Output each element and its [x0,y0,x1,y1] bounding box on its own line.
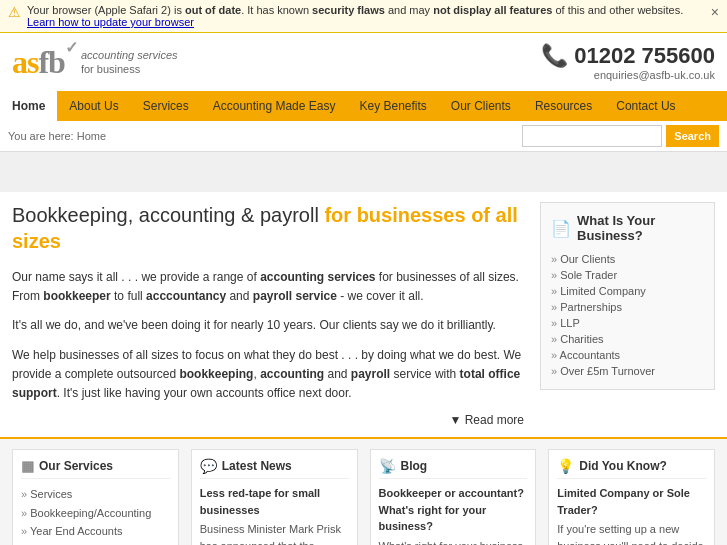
nav-our-clients[interactable]: Our Clients [439,91,523,121]
update-browser-link[interactable]: Learn how to update your browser [27,16,194,28]
footer-box-dyk-title: 💡 Did You Know? [557,458,706,479]
services-link-services[interactable]: Services [21,485,170,504]
footer-box-blog-title: 📡 Blog [379,458,528,479]
nav-home[interactable]: Home [0,91,57,121]
footer-box-services-title: ▦ Our Services [21,458,170,479]
nav-services[interactable]: Services [131,91,201,121]
sidebar-item-charities[interactable]: Charities [551,331,704,347]
warning-icon: ⚠ [8,4,21,20]
footer-box-news-title: 💬 Latest News [200,458,349,479]
document-icon: 📄 [551,219,571,238]
browser-warning: ⚠ Your browser (Apple Safari 2) is out o… [0,0,727,33]
sidebar-item-sole-trader[interactable]: Sole Trader [551,267,704,283]
sidebar-item-accountants[interactable]: Accountants [551,347,704,363]
news-icon: 💬 [200,458,217,474]
logo-line2: for business [81,62,178,76]
sidebar-item-llp[interactable]: LLP [551,315,704,331]
footer-box-dyk-content: Limited Company or Sole Trader? If you'r… [557,485,706,545]
dyk-sub-text: If you're setting up a new business you'… [557,521,706,545]
breadcrumb: You are here: Home [8,130,106,142]
read-more-link[interactable]: ▼ Read more [449,413,524,427]
sidebar-title-text: What Is YourBusiness? [577,213,655,243]
search-button[interactable]: Search [666,125,719,147]
footer-box-news-content: Less red-tape for small businesses Busin… [200,485,349,545]
logo-text: accounting services for business [81,48,178,77]
lightbulb-icon: 💡 [557,458,574,474]
footer-box-blog-content: Bookkeeper or accountant? What's right f… [379,485,528,545]
para1: Our name says it all . . . we provide a … [12,268,524,306]
sidebar-item-our-clients[interactable]: Our Clients [551,251,704,267]
sidebar-item-partnerships[interactable]: Partnerships [551,299,704,315]
email-address: enquiries@asfb-uk.co.uk [541,69,715,81]
footer-box-services-label: Our Services [39,459,113,473]
phone-icon: 📞 [541,43,568,69]
header: asfb✓ accounting services for business 📞… [0,33,727,91]
nav-resources[interactable]: Resources [523,91,604,121]
main-content: Bookkeeping, accounting & payroll for bu… [0,192,727,437]
content-left: Bookkeeping, accounting & payroll for bu… [12,202,524,427]
contact-area: 📞 01202 755600 enquiries@asfb-uk.co.uk [541,43,715,81]
heading-highlight: for businesses of all sizes [12,204,518,252]
para3: We help businesses of all sizes to focus… [12,346,524,404]
nav-key-benefits[interactable]: Key Benefits [347,91,438,121]
sidebar-item-limited-company[interactable]: Limited Company [551,283,704,299]
phone-number: 01202 755600 [574,43,715,69]
services-link-tax[interactable]: Tax [21,541,170,545]
sidebar-box: 📄 What Is YourBusiness? Our Clients Sole… [540,202,715,390]
search-row: Search [522,125,719,147]
services-link-year-end[interactable]: Year End Accounts [21,522,170,541]
footer-box-blog: 📡 Blog Bookkeeper or accountant? What's … [370,449,537,545]
logo-asfb: asfb✓ [12,44,77,81]
footer-section: ▦ Our Services Services Bookkeeping/Acco… [0,437,727,545]
blog-icon: 📡 [379,458,396,474]
services-link-bookkeeping[interactable]: Bookkeeping/Accounting [21,504,170,523]
blog-sub-text: What's right for your business - a [379,538,528,545]
footer-box-did-you-know: 💡 Did You Know? Limited Company or Sole … [548,449,715,545]
sidebar-list: Our Clients Sole Trader Limited Company … [551,251,704,379]
services-icon: ▦ [21,458,34,474]
nav-accounting-made-easy[interactable]: Accounting Made Easy [201,91,348,121]
nav-about[interactable]: About Us [57,91,130,121]
logo-line1: accounting services [81,48,178,62]
blog-sub-heading: Bookkeeper or accountant? What's right f… [379,485,528,535]
main-heading: Bookkeeping, accounting & payroll for bu… [12,202,524,254]
content-right: 📄 What Is YourBusiness? Our Clients Sole… [540,202,715,427]
nav-contact-us[interactable]: Contact Us [604,91,687,121]
phone-row: 📞 01202 755600 [541,43,715,69]
nav-bar: Home About Us Services Accounting Made E… [0,91,727,121]
footer-box-news-label: Latest News [222,459,292,473]
footer-box-dyk-label: Did You Know? [579,459,667,473]
dyk-sub-heading: Limited Company or Sole Trader? [557,485,706,518]
news-sub-heading: Less red-tape for small businesses [200,485,349,518]
footer-box-blog-label: Blog [401,459,428,473]
sidebar-item-over-5m[interactable]: Over £5m Turnover [551,363,704,379]
logo-area: asfb✓ accounting services for business [12,44,178,81]
hero-area [0,152,727,192]
footer-box-services: ▦ Our Services Services Bookkeeping/Acco… [12,449,179,545]
search-input[interactable] [522,125,662,147]
para2: It's all we do, and we've been doing it … [12,316,524,335]
sidebar-title: 📄 What Is YourBusiness? [551,213,704,243]
news-sub-text: Business Minister Mark Prisk has announc… [200,521,349,545]
warning-text: Your browser (Apple Safari 2) is out of … [27,4,703,28]
read-more-row: ▼ Read more [12,413,524,427]
footer-box-services-content: Services Bookkeeping/Accounting Year End… [21,485,170,545]
footer-box-news: 💬 Latest News Less red-tape for small bu… [191,449,358,545]
close-warning-button[interactable]: × [711,4,719,20]
breadcrumb-row: You are here: Home Search [0,121,727,152]
